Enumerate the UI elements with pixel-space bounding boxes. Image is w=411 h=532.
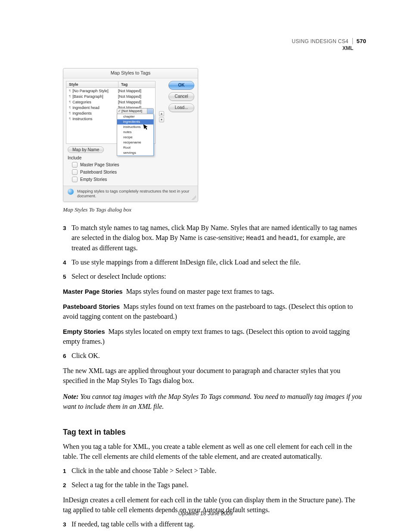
step-text: Select a tag for the table in the Tags p…	[72, 480, 364, 490]
step-number: 3	[63, 223, 72, 253]
step-text: If needed, tag table cells with a differ…	[72, 519, 364, 529]
paragraph-icon: ¶	[69, 100, 71, 104]
info-icon	[68, 189, 74, 195]
body-paragraph: When you tag a table for XML, you create…	[63, 442, 364, 461]
column-header-style: Style	[66, 81, 118, 87]
step-text: To use style mappings from a different I…	[72, 257, 364, 267]
ok-button[interactable]: OK	[168, 81, 194, 90]
paragraph-icon: ¶	[69, 111, 71, 115]
cancel-button[interactable]: Cancel	[168, 92, 194, 101]
list-row: ¶[No Paragraph Style][Not Mapped]	[66, 88, 155, 93]
checkbox-icon	[72, 162, 78, 168]
list-row: ¶Categories[Not Mapped]	[66, 99, 155, 105]
step-number: 2	[63, 480, 72, 490]
step-number: 3	[63, 519, 72, 529]
section-name: XML	[292, 45, 353, 51]
body-paragraph: The new XML tags are applied throughout …	[63, 366, 364, 386]
dropdown-option[interactable]: recipe	[117, 135, 153, 140]
step-number: 1	[63, 466, 72, 476]
paragraph-icon: ¶	[69, 117, 71, 121]
scroll-down-icon[interactable]: ▼	[159, 117, 164, 122]
step-text: Select or deselect Include options:	[72, 271, 364, 281]
checkbox-empty-stories[interactable]: Empty Stories	[72, 177, 193, 182]
page-footer: Updated 18 June 2009	[0, 510, 411, 516]
dropdown-option[interactable]: servings	[117, 150, 153, 156]
page-number: 570	[352, 38, 366, 44]
load-button[interactable]: Load...	[168, 103, 194, 112]
scroll-up-icon[interactable]: ▲	[159, 111, 164, 116]
step-number: 4	[63, 257, 72, 267]
step-number: 6	[63, 351, 72, 361]
dropdown-option[interactable]: chapter	[117, 114, 153, 119]
dropdown-selected[interactable]: [Not Mapped]	[117, 108, 154, 114]
dropdown-option[interactable]: recipename	[117, 140, 153, 145]
checkbox-pasteboard-stories[interactable]: Pasteboard Stories	[72, 169, 193, 175]
heading-tag-text-in-tables: Tag text in tables	[63, 427, 364, 438]
note: Note: You cannot tag images with the Map…	[63, 392, 364, 411]
map-by-name-button[interactable]: Map by Name	[68, 146, 104, 153]
step-text: Click in the table and choose Table > Se…	[72, 466, 364, 476]
paragraph-icon: ¶	[69, 89, 71, 93]
tag-dropdown[interactable]: [Not Mapped] chapter ingredients instruc…	[117, 114, 154, 156]
step-text: Click OK.	[72, 351, 364, 361]
dialog-map-styles-to-tags: Map Styles to Tags Style Tag ¶[No Paragr…	[63, 68, 198, 202]
resize-grip-icon[interactable]	[192, 196, 196, 200]
option-pasteboard-stories: Pasteboard Stories Maps styles found on …	[63, 302, 364, 321]
checkbox-master-page-stories[interactable]: Master Page Stories	[72, 162, 193, 168]
dialog-footer-message: Mapping styles to tags completely restru…	[77, 189, 193, 198]
running-header: USING INDESIGN CS4 570 XML	[292, 38, 366, 51]
scroll-controls: ▲ ▼	[159, 111, 165, 122]
dialog-title: Map Styles to Tags	[63, 68, 198, 78]
checkbox-icon	[72, 169, 78, 175]
column-header-tag: Tag	[118, 81, 155, 87]
checkbox-icon	[72, 177, 78, 182]
doc-title: USING INDESIGN CS4	[292, 38, 348, 44]
option-master-page-stories: Master Page Stories Maps styles found on…	[63, 286, 364, 296]
dropdown-option[interactable]: Root	[117, 145, 153, 150]
step-number: 5	[63, 271, 72, 281]
option-empty-stories: Empty Stories Maps styles located on emp…	[63, 327, 364, 346]
list-row: ¶[Basic Paragraph][Not Mapped]	[66, 93, 155, 99]
paragraph-icon: ¶	[69, 106, 71, 109]
step-text: To match style names to tag names, click…	[72, 223, 364, 253]
paragraph-icon: ¶	[69, 94, 71, 98]
figure-caption: Map Styles To Tags dialog box	[63, 206, 364, 213]
style-tag-listbox[interactable]: Style Tag ¶[No Paragraph Style][Not Mapp…	[66, 81, 156, 144]
include-label: Include	[68, 156, 193, 160]
